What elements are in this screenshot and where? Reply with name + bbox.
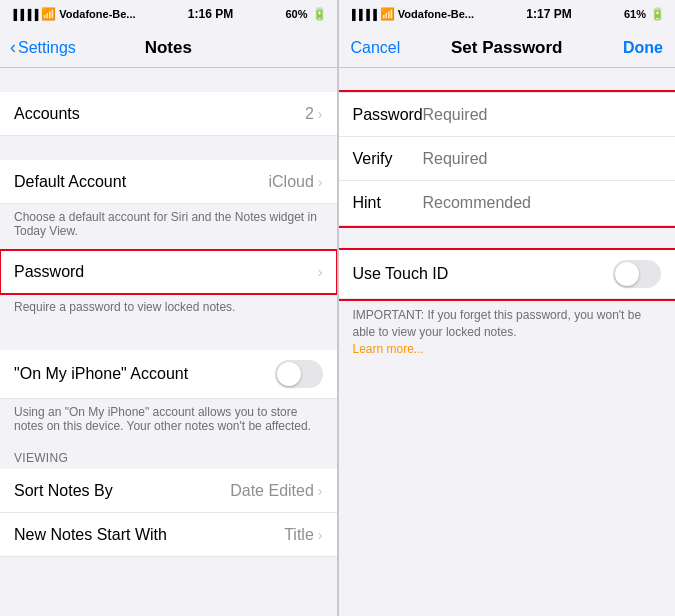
- new-notes-cell[interactable]: New Notes Start With Title ›: [0, 513, 337, 557]
- status-bar-right: ▐▐▐▐ 📶 Vodafone-Be... 1:17 PM 61% 🔋: [339, 0, 676, 28]
- status-bar-right-left: ▐▐▐▐ 📶 Vodafone-Be...: [349, 7, 475, 21]
- nav-bar-left: ‹ Settings Notes: [0, 28, 337, 68]
- wifi-icon: 📶: [41, 7, 56, 21]
- default-account-footer: Choose a default account for Siri and th…: [0, 204, 337, 250]
- touchid-row[interactable]: Use Touch ID: [339, 250, 676, 299]
- back-chevron-icon: ‹: [10, 37, 16, 58]
- default-account-cell[interactable]: Default Account iCloud ›: [0, 160, 337, 204]
- status-bar-left-section: ▐▐▐▐ 📶 Vodafone-Be...: [10, 7, 136, 21]
- password-footer: Require a password to view locked notes.: [0, 294, 337, 326]
- learn-more-link[interactable]: Learn more...: [353, 342, 424, 356]
- new-notes-chevron: ›: [318, 527, 323, 543]
- carrier-label-r: Vodafone-Be...: [398, 8, 474, 20]
- on-my-iphone-footer: Using an "On My iPhone" account allows y…: [0, 399, 337, 445]
- password-field-row: Password: [339, 93, 676, 137]
- battery-percent-r: 61%: [624, 8, 646, 20]
- sort-notes-value: Date Edited ›: [230, 482, 322, 500]
- password-input[interactable]: [423, 106, 662, 124]
- touchid-toggle[interactable]: [613, 260, 661, 288]
- password-form-section: Password Verify Hint: [339, 92, 676, 226]
- carrier-label: Vodafone-Be...: [59, 8, 135, 20]
- section-gap-r2: [339, 226, 676, 250]
- hint-field-label: Hint: [353, 194, 423, 212]
- accounts-label: Accounts: [14, 105, 80, 123]
- time-label-r: 1:17 PM: [526, 7, 571, 21]
- battery-icon-r: 🔋: [650, 7, 665, 21]
- toggle-thumb: [277, 362, 301, 386]
- signal-icon-r: ▐▐▐▐: [349, 9, 377, 20]
- password-value: ›: [318, 264, 323, 280]
- verify-field-label: Verify: [353, 150, 423, 168]
- new-notes-label: New Notes Start With: [14, 526, 167, 544]
- signal-icon: ▐▐▐▐: [10, 9, 38, 20]
- default-account-value: iCloud ›: [268, 173, 322, 191]
- accounts-chevron: ›: [318, 106, 323, 122]
- back-label: Settings: [18, 39, 76, 57]
- hint-field-row: Hint: [339, 181, 676, 225]
- cancel-button[interactable]: Cancel: [351, 39, 401, 57]
- default-account-chevron: ›: [318, 174, 323, 190]
- time-label: 1:16 PM: [188, 7, 233, 21]
- hint-input[interactable]: [423, 194, 662, 212]
- section-gap-2: [0, 136, 337, 160]
- password-field-label: Password: [353, 106, 423, 124]
- sort-notes-label: Sort Notes By: [14, 482, 113, 500]
- default-account-label: Default Account: [14, 173, 126, 191]
- viewing-header: VIEWING: [0, 445, 337, 469]
- sort-notes-chevron: ›: [318, 483, 323, 499]
- set-password-title: Set Password: [451, 38, 563, 58]
- settings-content: Accounts 2 › Default Account iCloud › Ch…: [0, 68, 337, 616]
- section-gap-r1: [339, 68, 676, 92]
- wifi-icon-r: 📶: [380, 7, 395, 21]
- on-my-iphone-cell[interactable]: "On My iPhone" Account: [0, 350, 337, 399]
- password-cell[interactable]: Password ›: [0, 250, 337, 294]
- important-message: IMPORTANT: If you forget this password, …: [339, 299, 676, 365]
- password-chevron: ›: [318, 264, 323, 280]
- touchid-label: Use Touch ID: [353, 265, 449, 283]
- verify-input[interactable]: [423, 150, 662, 168]
- section-gap-3: [0, 326, 337, 350]
- right-phone: ▐▐▐▐ 📶 Vodafone-Be... 1:17 PM 61% 🔋 Canc…: [338, 0, 676, 616]
- status-bar-left: ▐▐▐▐ 📶 Vodafone-Be... 1:16 PM 60% 🔋: [0, 0, 337, 28]
- new-notes-value: Title ›: [284, 526, 322, 544]
- status-bar-right-right: 61% 🔋: [624, 7, 665, 21]
- verify-field-row: Verify: [339, 137, 676, 181]
- touchid-toggle-thumb: [615, 262, 639, 286]
- accounts-value: 2 ›: [305, 105, 323, 123]
- status-bar-right-section: 60% 🔋: [285, 7, 326, 21]
- back-button[interactable]: ‹ Settings: [10, 37, 76, 58]
- accounts-cell[interactable]: Accounts 2 ›: [0, 92, 337, 136]
- password-label: Password: [14, 263, 84, 281]
- sort-notes-cell[interactable]: Sort Notes By Date Edited ›: [0, 469, 337, 513]
- nav-title: Notes: [145, 38, 192, 58]
- section-gap-1: [0, 68, 337, 92]
- battery-percent: 60%: [285, 8, 307, 20]
- left-phone: ▐▐▐▐ 📶 Vodafone-Be... 1:16 PM 60% 🔋 ‹ Se…: [0, 0, 338, 616]
- on-my-iphone-label: "On My iPhone" Account: [14, 365, 188, 383]
- nav-bar-right: Cancel Set Password Done: [339, 28, 676, 68]
- important-text-content: IMPORTANT: If you forget this password, …: [353, 308, 642, 339]
- on-my-iphone-toggle[interactable]: [275, 360, 323, 388]
- done-button[interactable]: Done: [623, 39, 663, 57]
- battery-icon: 🔋: [312, 7, 327, 21]
